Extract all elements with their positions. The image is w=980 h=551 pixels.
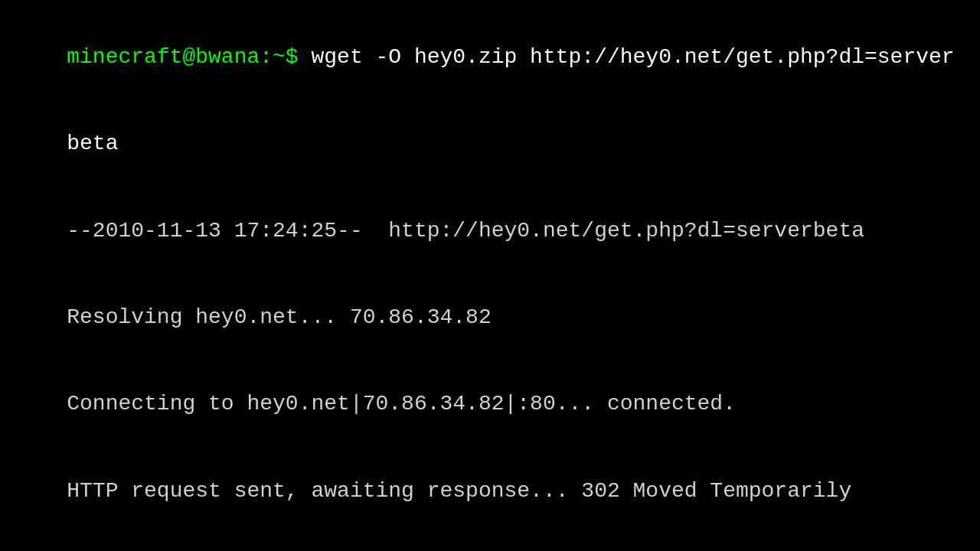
output-http1: HTTP request sent, awaiting response... … <box>67 479 851 503</box>
output-connecting1: Connecting to hey0.net|70.86.34.82|:80..… <box>67 392 736 416</box>
cmd-text-1: wget -O hey0.zip http://hey0.net/get.php… <box>299 45 955 69</box>
cmd-text-2: beta <box>67 132 118 155</box>
prompt-1: minecraft@bwana:~$ <box>67 45 298 69</box>
output-date1: --2010-11-13 17:24:25-- http://hey0.net/… <box>67 219 864 243</box>
terminal-line-1: minecraft@bwana:~$ wget -O hey0.zip http… <box>15 14 965 100</box>
terminal-line-7: Location: http://langfordia.org/hey0/Min… <box>15 534 965 551</box>
terminal-window[interactable]: minecraft@bwana:~$ wget -O hey0.zip http… <box>0 0 980 551</box>
terminal-line-6: HTTP request sent, awaiting response... … <box>15 448 965 534</box>
terminal-line-4: Resolving hey0.net... 70.86.34.82 <box>15 274 965 360</box>
terminal-line-2: beta <box>15 100 965 187</box>
terminal-line-3: --2010-11-13 17:24:25-- http://hey0.net/… <box>15 187 965 274</box>
terminal-line-5: Connecting to hey0.net|70.86.34.82|:80..… <box>15 361 965 448</box>
output-resolving1: Resolving hey0.net... 70.86.34.82 <box>67 305 492 329</box>
